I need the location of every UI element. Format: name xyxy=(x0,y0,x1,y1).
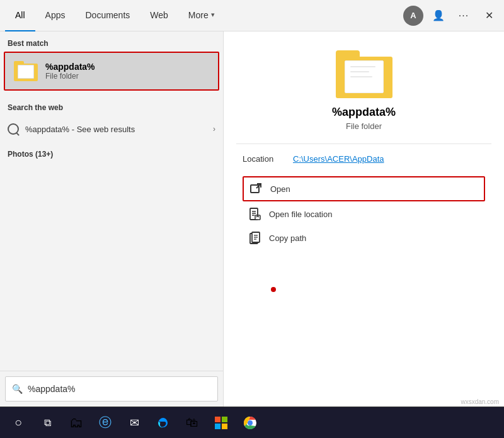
avatar[interactable]: A xyxy=(403,6,423,26)
chevron-right-icon: › xyxy=(213,125,215,133)
close-btn[interactable]: ✕ xyxy=(479,6,499,26)
detail-folder-icon xyxy=(336,50,392,98)
search-bar: 🔍 xyxy=(5,376,218,402)
svg-point-18 xyxy=(248,420,253,425)
open-label: Open xyxy=(270,184,290,194)
copy-path-action[interactable]: Copy path xyxy=(243,227,485,249)
taskbar-store-icon: 🛍 xyxy=(186,415,198,430)
chevron-down-icon: ▾ xyxy=(211,11,215,19)
more-options-btn[interactable]: ··· xyxy=(454,6,474,26)
location-label: Location xyxy=(243,154,293,164)
taskbar: ○ ⧉ 🗂 ⓔ ✉ 🛍 xyxy=(0,407,504,438)
photos-section: Photos (13+) xyxy=(0,142,223,166)
file-location-icon xyxy=(249,208,261,220)
tab-web[interactable]: Web xyxy=(140,0,178,31)
right-panel-body xyxy=(236,249,491,394)
taskbar-app1-btn[interactable] xyxy=(208,410,234,436)
tab-apps[interactable]: Apps xyxy=(35,0,76,31)
taskbar-taskview-icon: ⧉ xyxy=(44,417,51,429)
taskbar-store-btn[interactable]: 🛍 xyxy=(179,410,205,436)
nav-icons: A 👤 ··· ✕ xyxy=(403,6,499,26)
open-action[interactable]: Open xyxy=(243,176,485,201)
search-web-label: Search the web xyxy=(0,96,223,116)
open-icon xyxy=(250,182,263,195)
nav-bar: All Apps Documents Web More ▾ A 👤 ··· ✕ xyxy=(0,0,504,31)
svg-rect-15 xyxy=(222,424,227,429)
best-match-type: File folder xyxy=(45,72,95,81)
search-input[interactable] xyxy=(28,384,211,394)
taskbar-taskview-btn[interactable]: ⧉ xyxy=(34,410,60,436)
taskbar-app1-icon xyxy=(214,416,228,430)
copy-path-label: Copy path xyxy=(269,233,306,243)
taskbar-edge-icon xyxy=(156,416,170,430)
search-web-text: %appdata% - See web results xyxy=(25,125,207,134)
person-icon-btn[interactable]: 👤 xyxy=(428,6,449,26)
search-web-section: %appdata% - See web results › xyxy=(0,116,223,142)
main-content: Best match %appdata% File folder Search … xyxy=(0,31,504,407)
watermark: wxsxdan.com xyxy=(461,398,499,405)
photos-label: Photos (13+) xyxy=(0,147,223,164)
location-value[interactable]: C:\Users\ACER\AppData xyxy=(293,154,384,164)
svg-rect-14 xyxy=(215,424,220,429)
taskbar-mail-icon: ✉ xyxy=(130,416,139,430)
best-match-label: Best match xyxy=(0,31,223,52)
detail-name: %appdata% xyxy=(332,106,396,119)
open-file-location-label: Open file location xyxy=(269,210,332,219)
tab-documents[interactable]: Documents xyxy=(75,0,140,31)
svg-rect-12 xyxy=(215,417,220,422)
search-bar-icon: 🔍 xyxy=(12,384,23,394)
taskbar-mail-btn[interactable]: ✉ xyxy=(121,410,147,436)
taskbar-chrome-icon xyxy=(243,416,257,430)
taskbar-search-icon: ○ xyxy=(14,415,22,430)
detail-location: Location C:\Users\ACER\AppData xyxy=(236,154,491,164)
best-match-item[interactable]: %appdata% File folder xyxy=(4,52,219,91)
search-web-icon xyxy=(8,123,19,135)
tab-all[interactable]: All xyxy=(5,0,35,31)
detail-actions: Open Open file location xyxy=(236,176,491,249)
taskbar-explorer-icon: 🗂 xyxy=(69,415,83,431)
taskbar-edge-legacy-btn[interactable]: ⓔ xyxy=(92,410,118,436)
best-match-name: %appdata% xyxy=(45,62,95,72)
taskbar-explorer-btn[interactable]: 🗂 xyxy=(63,410,89,436)
best-match-text: %appdata% File folder xyxy=(45,62,95,81)
taskbar-chrome-btn[interactable] xyxy=(237,410,263,436)
right-panel: %appdata% File folder Location C:\Users\… xyxy=(224,31,504,407)
copy-path-icon xyxy=(249,232,261,244)
search-web-item[interactable]: %appdata% - See web results › xyxy=(0,118,223,140)
taskbar-search-btn[interactable]: ○ xyxy=(5,410,32,436)
detail-type: File folder xyxy=(346,121,382,131)
taskbar-edge-btn[interactable] xyxy=(150,410,176,436)
red-dot-indicator xyxy=(271,287,276,292)
taskbar-edge-legacy-icon: ⓔ xyxy=(99,414,112,431)
app-container: All Apps Documents Web More ▾ A 👤 ··· ✕ … xyxy=(0,0,504,438)
open-file-location-action[interactable]: Open file location xyxy=(243,203,485,225)
folder-icon xyxy=(13,58,39,84)
divider xyxy=(236,143,491,144)
search-bar-container: 🔍 xyxy=(0,371,223,407)
tab-more[interactable]: More ▾ xyxy=(178,0,225,31)
svg-rect-13 xyxy=(222,417,227,422)
left-panel: Best match %appdata% File folder Search … xyxy=(0,31,224,407)
